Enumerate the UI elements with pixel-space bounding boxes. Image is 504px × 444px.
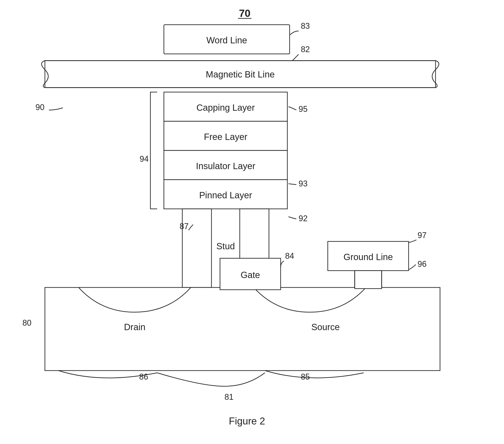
ref-96: 96 [417,259,427,269]
ref-84: 84 [285,251,294,260]
ref-97: 97 [417,231,427,240]
free-layer-label: Free Layer [204,132,247,142]
ref-81: 81 [224,392,234,402]
source-label: Source [311,322,340,332]
stud-label: Stud [216,241,235,251]
diagram-container: text { font-family: Arial, sans-serif; f… [0,0,504,444]
ref-85: 85 [301,372,310,381]
drain-label: Drain [124,322,145,332]
ref-82: 82 [301,45,310,54]
svg-rect-9 [182,209,212,287]
ref-95: 95 [299,104,307,114]
magnetic-bit-line-label: Magnetic Bit Line [206,69,275,79]
ref-87: 87 [180,222,189,231]
word-line-label: Word Line [206,35,247,45]
insulator-layer-label: Insulator Layer [196,161,255,171]
ref-93: 93 [299,179,307,188]
ref-92: 92 [299,214,307,223]
svg-rect-11 [45,287,440,370]
ground-line-label: Ground Line [343,252,393,262]
pinned-layer-label: Pinned Layer [199,190,252,200]
ref-94: 94 [140,154,149,164]
figure-caption: Figure 2 [229,415,265,426]
gate-label: Gate [241,270,260,280]
svg-rect-14 [355,271,382,289]
capping-layer-label: Capping Layer [197,103,255,112]
ref-83: 83 [301,21,310,31]
ref-90: 90 [36,103,44,112]
figure-title: 70 [239,7,250,19]
ref-80: 80 [22,318,31,327]
ref-86: 86 [139,372,148,381]
